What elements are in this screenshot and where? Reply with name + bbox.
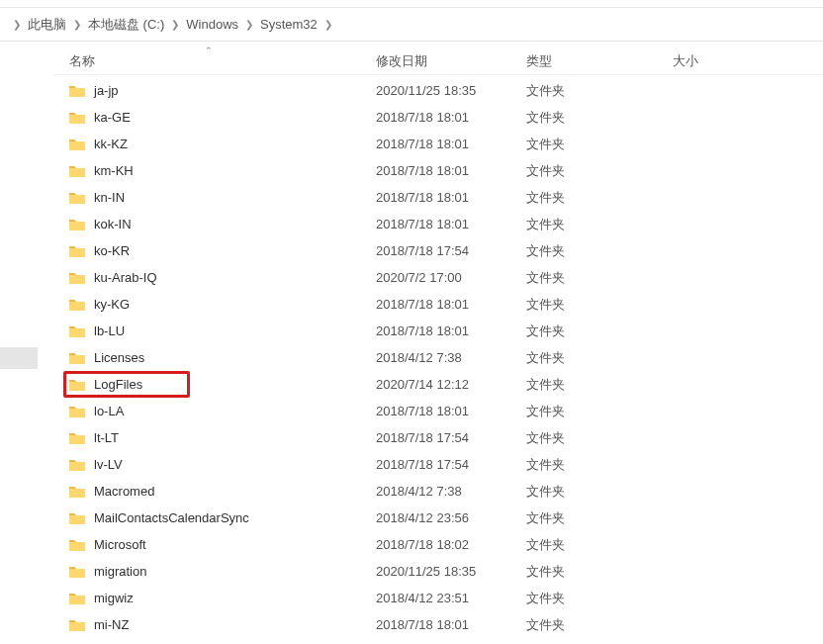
file-name: ko-KR [94, 243, 130, 258]
file-name: ku-Arab-IQ [94, 270, 157, 285]
table-row[interactable]: ja-jp2020/11/25 18:35文件夹 [53, 77, 823, 104]
table-row[interactable]: MailContactsCalendarSync2018/4/12 23:56文… [53, 505, 823, 531]
table-row[interactable]: lo-LA2018/7/18 18:01文件夹 [53, 398, 823, 424]
table-row[interactable]: ko-KR2018/7/18 17:54文件夹 [53, 237, 823, 264]
file-type: 文件夹 [526, 590, 673, 607]
file-name: kk-KZ [94, 137, 128, 151]
file-type: 文件夹 [526, 162, 673, 180]
breadcrumb-item-thispc[interactable]: 此电脑 [28, 16, 66, 34]
folder-icon [69, 298, 85, 312]
folder-icon [69, 164, 85, 178]
breadcrumb-label: System32 [260, 17, 318, 32]
breadcrumb-item-system32[interactable]: System32 [260, 17, 318, 32]
chevron-right-icon[interactable]: ❯ [13, 19, 21, 30]
breadcrumb-item-cdrive[interactable]: 本地磁盘 (C:) [88, 16, 164, 34]
file-date: 2018/4/12 7:38 [376, 484, 526, 499]
folder-icon [69, 511, 85, 525]
file-type: 文件夹 [526, 563, 673, 581]
chevron-right-icon[interactable]: ❯ [324, 19, 332, 30]
col-header-size-label: 大小 [673, 53, 698, 68]
table-row[interactable]: Licenses2018/4/12 7:38文件夹 [53, 344, 823, 371]
file-name: kok-IN [94, 217, 132, 231]
file-date: 2018/7/18 18:01 [376, 404, 526, 418]
file-date: 2018/7/18 18:01 [376, 110, 526, 125]
folder-icon [69, 485, 85, 499]
file-name: km-KH [94, 163, 134, 178]
table-row[interactable]: migwiz2018/4/12 23:51文件夹 [53, 585, 823, 611]
table-row[interactable]: ky-KG2018/7/18 18:01文件夹 [53, 291, 823, 318]
file-type: 文件夹 [526, 483, 673, 501]
file-type: 文件夹 [526, 296, 673, 314]
chevron-right-icon[interactable]: ❯ [171, 19, 179, 30]
file-name: lb-LU [94, 323, 125, 338]
file-date: 2018/7/18 17:54 [376, 457, 526, 472]
file-type: 文件夹 [526, 136, 673, 153]
table-row[interactable]: kk-KZ2018/7/18 18:01文件夹 [53, 131, 823, 157]
file-name: lt-LT [94, 430, 119, 445]
file-date: 2018/4/12 7:38 [376, 350, 526, 365]
file-date: 2020/7/2 17:00 [376, 270, 526, 285]
table-row[interactable]: lb-LU2018/7/18 18:01文件夹 [53, 318, 823, 344]
folder-icon [69, 324, 85, 338]
file-type: 文件夹 [526, 322, 673, 340]
file-date: 2018/4/12 23:56 [376, 510, 526, 525]
table-row[interactable]: kn-IN2018/7/18 18:01文件夹 [53, 184, 823, 211]
file-name: lv-LV [94, 457, 123, 472]
sort-asc-icon: ⌃ [205, 46, 213, 55]
nav-selected-stub [0, 347, 38, 369]
file-name: ky-KG [94, 297, 130, 312]
folder-icon [69, 592, 85, 605]
folder-icon [69, 378, 85, 392]
folder-icon [69, 431, 85, 445]
table-row[interactable]: mi-NZ2018/7/18 18:01文件夹 [53, 611, 823, 638]
folder-icon [69, 84, 85, 98]
file-date: 2018/7/18 18:01 [376, 163, 526, 178]
file-date: 2018/7/18 18:01 [376, 297, 526, 312]
table-row[interactable]: kok-IN2018/7/18 18:01文件夹 [53, 211, 823, 237]
table-row[interactable]: LogFiles2020/7/14 12:12文件夹 [53, 371, 823, 398]
file-name: kn-IN [94, 190, 125, 205]
breadcrumb: ❯ 此电脑 ❯ 本地磁盘 (C:) ❯ Windows ❯ System32 ❯ [0, 8, 823, 42]
table-row[interactable]: migration2020/11/25 18:35文件夹 [53, 558, 823, 585]
col-header-type[interactable]: 类型 [526, 52, 673, 70]
table-row[interactable]: Macromed2018/4/12 7:38文件夹 [53, 478, 823, 505]
file-type: 文件夹 [526, 82, 673, 100]
file-name: migration [94, 564, 146, 579]
file-type: 文件夹 [526, 216, 673, 233]
table-row[interactable]: Microsoft2018/7/18 18:02文件夹 [53, 531, 823, 558]
col-header-date-label: 修改日期 [376, 53, 427, 68]
file-date: 2018/4/12 23:51 [376, 591, 526, 605]
file-type: 文件夹 [526, 456, 673, 474]
chevron-right-icon[interactable]: ❯ [73, 19, 81, 30]
folder-icon [69, 138, 85, 151]
file-name: MailContactsCalendarSync [94, 510, 249, 525]
table-row[interactable]: ku-Arab-IQ2020/7/2 17:00文件夹 [53, 264, 823, 291]
col-header-size[interactable]: 大小 [673, 52, 791, 70]
table-row[interactable]: lv-LV2018/7/18 17:54文件夹 [53, 451, 823, 478]
file-list: ja-jp2020/11/25 18:35文件夹 ka-GE2018/7/18 … [53, 75, 823, 638]
file-name: Microsoft [94, 537, 146, 552]
col-header-type-label: 类型 [526, 53, 552, 68]
folder-icon [69, 565, 85, 579]
highlight-box: LogFiles [63, 371, 190, 398]
col-header-name[interactable]: 名称 ⌃ [53, 52, 376, 70]
breadcrumb-label: Windows [186, 17, 238, 32]
nav-pane[interactable] [0, 42, 53, 644]
col-header-date[interactable]: 修改日期 [376, 52, 526, 70]
breadcrumb-item-windows[interactable]: Windows [186, 17, 238, 32]
file-name: ka-GE [94, 110, 131, 125]
table-row[interactable]: ka-GE2018/7/18 18:01文件夹 [53, 104, 823, 131]
folder-icon [69, 271, 85, 285]
window-topbar [0, 0, 823, 8]
chevron-right-icon[interactable]: ❯ [245, 19, 253, 30]
file-type: 文件夹 [526, 376, 673, 394]
file-type: 文件夹 [526, 269, 673, 287]
file-date: 2018/7/18 18:01 [376, 190, 526, 205]
table-row[interactable]: lt-LT2018/7/18 17:54文件夹 [53, 424, 823, 451]
file-date: 2020/11/25 18:35 [376, 83, 526, 98]
file-date: 2020/11/25 18:35 [376, 564, 526, 579]
file-date: 2018/7/18 17:54 [376, 430, 526, 445]
file-date: 2018/7/18 18:01 [376, 137, 526, 151]
table-row[interactable]: km-KH2018/7/18 18:01文件夹 [53, 157, 823, 184]
file-type: 文件夹 [526, 242, 673, 260]
